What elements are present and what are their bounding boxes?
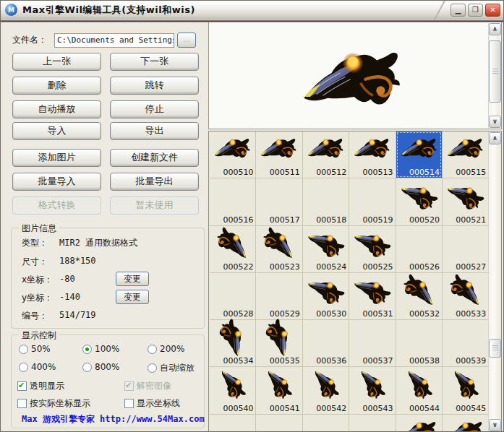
grid-cell[interactable]: 000525	[349, 226, 396, 273]
browse-button[interactable]: ...	[177, 33, 196, 48]
coord-lines-checkbox[interactable]: 显示坐标线	[124, 397, 180, 410]
scroll-down-icon[interactable]: ∨	[489, 116, 501, 128]
zoom-50-radio[interactable]: 50%	[19, 344, 51, 354]
zoom-200-radio[interactable]: 200%	[148, 344, 184, 354]
grid-cell[interactable]: 000518	[303, 178, 349, 225]
thumbnail-sprite-image	[447, 364, 484, 405]
zoom-100-radio[interactable]: 100%	[82, 344, 119, 354]
grid-cell[interactable]: 000520	[396, 178, 443, 225]
grid-cell[interactable]: 000539	[443, 320, 489, 367]
grid-cell[interactable]: 000522	[210, 226, 256, 273]
grid-cell[interactable]	[349, 415, 396, 432]
export-button[interactable]: 导出	[110, 122, 199, 140]
grid-cell[interactable]: 000515	[443, 131, 489, 178]
grid-cell[interactable]: 000519	[349, 178, 396, 225]
grid-cell[interactable]: 000538	[396, 320, 443, 367]
grid-cell[interactable]: 000523	[256, 226, 302, 273]
filename-input[interactable]: C:\Documents and Settings\A	[54, 33, 174, 48]
grid-cell[interactable]: 000510	[210, 131, 256, 178]
grid-cell[interactable]: 000527	[443, 226, 489, 273]
grid-cell[interactable]: 000533	[443, 273, 489, 320]
grid-cell[interactable]: 000540	[210, 367, 256, 414]
maximize-button[interactable]: ❒	[468, 4, 483, 17]
batch-export-button[interactable]: 批量导出	[110, 173, 199, 191]
cell-number-label: 000532	[409, 309, 440, 319]
close-button[interactable]: ✕	[485, 4, 500, 17]
grid-cell[interactable]	[303, 415, 349, 432]
grid-cell[interactable]: 000535	[256, 320, 302, 367]
change-x-button[interactable]: 变更	[116, 272, 149, 286]
prev-button[interactable]: 上一张	[12, 53, 101, 71]
radio-icon	[82, 363, 92, 372]
zoom-auto-radio[interactable]: 自动缩放	[148, 362, 195, 374]
minimize-button[interactable]: ▁	[450, 4, 466, 17]
batch-import-button[interactable]: 批量导入	[12, 173, 101, 191]
y-coord-value: -140	[59, 292, 80, 304]
thumbnail-sprite-image	[441, 172, 490, 220]
preview-scrollbar[interactable]: ∧ ∨	[488, 23, 500, 128]
preview-panel: ∧ ∨	[208, 22, 502, 129]
thumbnail-sprite-image	[394, 172, 443, 220]
cell-number-label: 000542	[316, 404, 346, 413]
grid-scrollbar[interactable]: ∧ ∨	[488, 132, 500, 431]
grid-cell[interactable]	[443, 415, 489, 432]
transparent-checkbox[interactable]: 透明显示	[17, 380, 64, 392]
display-control-group: 显示控制 50% 100% 200% 400% 800% 自动缩放 透明显示	[11, 334, 205, 428]
grid-cell[interactable]: 000541	[256, 367, 302, 414]
actual-coords-checkbox[interactable]: 按实际坐标显示	[17, 397, 90, 410]
cell-number-label: 000511	[270, 168, 300, 177]
grid-cell[interactable]: 000513	[349, 131, 396, 178]
cell-number-label: 000541	[270, 404, 300, 413]
grid-cell[interactable]: 000531	[349, 273, 396, 320]
change-y-button[interactable]: 变更	[116, 290, 149, 304]
thumbnail-sprite-image	[400, 134, 439, 164]
grid-scroll-thumb[interactable]	[489, 339, 501, 358]
thumbnail-sprite-image	[400, 417, 439, 432]
scroll-up-icon[interactable]: ∧	[489, 23, 501, 35]
stop-button[interactable]: 停止	[110, 100, 199, 118]
zoom-800-radio[interactable]: 800%	[82, 362, 119, 372]
thumbnail-sprite-image	[260, 134, 299, 164]
delete-button[interactable]: 删除	[12, 77, 101, 95]
grid-cell[interactable]: 000517	[256, 178, 302, 225]
grid-cell[interactable]	[210, 415, 256, 432]
autoplay-button[interactable]: 自动播放	[12, 100, 101, 118]
grid-cell[interactable]: 000526	[396, 226, 443, 273]
thumbnail-sprite-image	[256, 313, 303, 362]
grid-cell[interactable]: 000511	[256, 131, 302, 178]
preview-scroll-thumb[interactable]	[489, 40, 501, 103]
import-button[interactable]: 导入	[12, 122, 101, 140]
grid-cell[interactable]	[396, 415, 443, 432]
create-file-button[interactable]: 创建新文件	[110, 149, 199, 167]
grid-cell[interactable]: 000544	[396, 367, 443, 414]
grid-cell[interactable]: 000521	[443, 178, 489, 225]
scroll-down-icon[interactable]: ∨	[489, 419, 501, 431]
type-value: MIR2 通用数据格式	[59, 237, 137, 249]
next-button[interactable]: 下一张	[110, 53, 199, 71]
grid-cell[interactable]: 000512	[303, 131, 349, 178]
index-value: 514/719	[59, 310, 96, 322]
cell-number-label: 000523	[270, 262, 300, 272]
radio-icon	[19, 345, 28, 354]
grid-cell[interactable]: 000534	[210, 320, 256, 367]
grid-cell[interactable]: 000536	[303, 320, 349, 367]
grid-cell[interactable]: 000524	[303, 226, 349, 273]
jump-button[interactable]: 跳转	[110, 77, 199, 95]
grid-cell[interactable]: 000516	[210, 178, 256, 225]
grid-cell[interactable]	[256, 415, 302, 432]
grid-cell[interactable]: 000530	[303, 273, 349, 320]
thumbnail-sprite-image	[302, 219, 351, 267]
grid-cell[interactable]: 000545	[443, 367, 489, 414]
grid-cell[interactable]: 000543	[349, 367, 396, 414]
grid-cell[interactable]: 000532	[396, 273, 443, 320]
zoom-400-radio[interactable]: 400%	[19, 362, 56, 372]
add-image-button[interactable]: 添加图片	[12, 149, 101, 167]
thumbnail-sprite-image	[210, 313, 257, 362]
cell-number-label: 000545	[456, 404, 486, 413]
vendor-link[interactable]: Max 游戏引擎专家 http://www.54Max.com	[22, 413, 205, 425]
scroll-up-icon[interactable]: ∧	[489, 132, 501, 144]
grid-cell[interactable]: 000537	[349, 320, 396, 367]
grid-cell[interactable]: 000542	[303, 367, 349, 414]
x-coord-label: x坐标：	[22, 274, 59, 286]
grid-cell[interactable]: 000514	[396, 131, 443, 178]
